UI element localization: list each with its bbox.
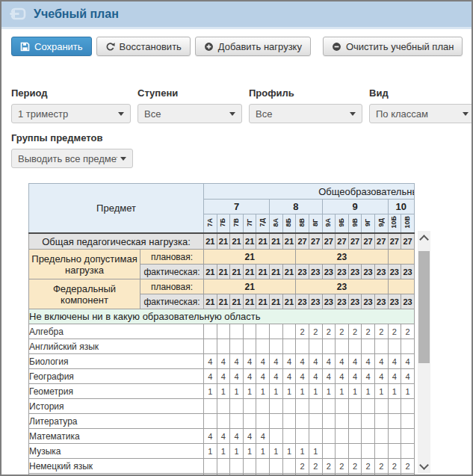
stages-select[interactable]: Все [137, 104, 242, 123]
subject-hours-cell[interactable]: 4 [243, 354, 256, 369]
subject-hours-cell[interactable] [388, 339, 401, 354]
subject-hours-cell[interactable]: 2 [348, 324, 362, 339]
subject-hours-cell[interactable] [204, 324, 217, 339]
subject-hours-cell[interactable]: 2 [388, 459, 401, 474]
subject-hours-cell[interactable] [401, 339, 415, 354]
subject-hours-cell[interactable]: 1 [270, 444, 283, 459]
subject-hours-cell[interactable] [217, 459, 230, 474]
subject-hours-cell[interactable] [204, 414, 217, 429]
subject-hours-cell[interactable] [230, 399, 244, 414]
planned-load-cell[interactable]: 23 [296, 250, 388, 265]
subject-hours-cell[interactable]: 4 [336, 354, 349, 369]
subject-hours-cell[interactable] [388, 444, 401, 459]
subject-hours-cell[interactable] [348, 414, 362, 429]
subject-hours-cell[interactable] [374, 399, 388, 414]
subject-hours-cell[interactable]: 2 [374, 459, 388, 474]
subject-hours-cell[interactable] [204, 474, 217, 476]
subject-hours-cell[interactable]: 4 [217, 354, 230, 369]
subject-hours-cell[interactable]: 4 [309, 369, 322, 384]
subject-hours-cell[interactable] [296, 414, 309, 429]
restore-button[interactable]: Восстановить [96, 37, 191, 56]
subject-hours-cell[interactable]: 1 [348, 384, 362, 399]
subject-hours-cell[interactable] [282, 324, 296, 339]
subject-hours-cell[interactable] [217, 339, 230, 354]
subject-hours-cell[interactable] [348, 429, 362, 444]
subject-hours-cell[interactable] [374, 339, 388, 354]
subject-hours-cell[interactable] [401, 399, 415, 414]
subject-hours-cell[interactable]: 4 [217, 429, 230, 444]
subject-hours-cell[interactable]: 4 [348, 354, 362, 369]
subject-hours-cell[interactable]: 4 [204, 429, 217, 444]
subject-hours-cell[interactable]: 2 [322, 324, 336, 339]
subject-hours-cell[interactable] [309, 399, 322, 414]
subject-hours-cell[interactable]: 1 [256, 444, 270, 459]
subject-hours-cell[interactable] [282, 339, 296, 354]
subject-hours-cell[interactable]: 1 [282, 384, 296, 399]
planned-load-cell[interactable]: 21 [204, 279, 296, 294]
subject-hours-cell[interactable]: 1 [270, 384, 283, 399]
subject-hours-cell[interactable] [270, 414, 283, 429]
subject-hours-cell[interactable]: 4 [388, 354, 401, 369]
subject-hours-cell[interactable] [348, 339, 362, 354]
subject-hours-cell[interactable]: 1 [374, 384, 388, 399]
subject-hours-cell[interactable]: 2 [362, 459, 375, 474]
subject-hours-cell[interactable]: 4 [282, 369, 296, 384]
subject-hours-cell[interactable] [243, 399, 256, 414]
subject-hours-cell[interactable] [322, 399, 336, 414]
view-select[interactable]: По классам [369, 104, 473, 123]
subject-hours-cell[interactable]: 4 [230, 429, 244, 444]
subject-hours-cell[interactable]: 4 [362, 369, 375, 384]
subject-hours-cell[interactable] [374, 444, 388, 459]
subject-hours-cell[interactable] [243, 414, 256, 429]
subject-hours-cell[interactable]: 2 [401, 324, 415, 339]
subject-hours-cell[interactable] [204, 399, 217, 414]
subject-hours-cell[interactable]: 1 [296, 384, 309, 399]
subject-hours-cell[interactable]: 2 [336, 324, 349, 339]
subject-hours-cell[interactable] [322, 339, 336, 354]
subject-hours-cell[interactable]: 2 [322, 459, 336, 474]
subject-hours-cell[interactable] [230, 339, 244, 354]
scroll-up-button[interactable] [418, 231, 430, 244]
subject-hours-cell[interactable]: 1 [256, 384, 270, 399]
subject-hours-cell[interactable]: 4 [217, 369, 230, 384]
subject-hours-cell[interactable] [270, 429, 283, 444]
subject-hours-cell[interactable]: 1 [282, 444, 296, 459]
subject-hours-cell[interactable] [401, 429, 415, 444]
subject-hours-cell[interactable]: 4 [270, 369, 283, 384]
subject-hours-cell[interactable] [336, 444, 349, 459]
subject-hours-cell[interactable]: 4 [204, 369, 217, 384]
subject-hours-cell[interactable]: 1 [204, 384, 217, 399]
subject-hours-cell[interactable]: 2 [336, 459, 349, 474]
subject-hours-cell[interactable] [336, 339, 349, 354]
vertical-scroll-thumb[interactable] [418, 251, 430, 363]
subject-hours-cell[interactable] [243, 459, 256, 474]
subject-hours-cell[interactable] [230, 459, 244, 474]
subject-hours-cell[interactable]: 4 [296, 354, 309, 369]
subject-hours-cell[interactable] [374, 474, 388, 476]
subject-hours-cell[interactable] [230, 324, 244, 339]
subject-hours-cell[interactable]: 1 [362, 384, 375, 399]
subject-hours-cell[interactable] [362, 444, 375, 459]
subject-hours-cell[interactable]: 4 [256, 354, 270, 369]
subject-hours-cell[interactable]: 4 [401, 369, 415, 384]
subject-hours-cell[interactable] [374, 429, 388, 444]
subject-hours-cell[interactable]: 2 [348, 459, 362, 474]
subject-hours-cell[interactable] [243, 474, 256, 476]
subject-hours-cell[interactable]: 4 [374, 369, 388, 384]
subject-hours-cell[interactable]: 4 [243, 429, 256, 444]
subject-hours-cell[interactable] [322, 444, 336, 459]
subject-hours-cell[interactable]: 1 [309, 444, 322, 459]
subject-groups-select[interactable]: Выводить все предметы из [11, 149, 133, 168]
subject-hours-cell[interactable] [243, 324, 256, 339]
subject-hours-cell[interactable] [256, 414, 270, 429]
subject-hours-cell[interactable] [296, 474, 309, 476]
planned-load-cell[interactable] [388, 279, 414, 294]
subject-hours-cell[interactable] [362, 429, 375, 444]
subject-hours-cell[interactable]: 2 [374, 324, 388, 339]
subject-hours-cell[interactable] [282, 399, 296, 414]
subject-hours-cell[interactable] [217, 474, 230, 476]
subject-hours-cell[interactable]: 1 [243, 444, 256, 459]
subject-hours-cell[interactable] [388, 474, 401, 476]
subject-hours-cell[interactable]: 4 [282, 354, 296, 369]
subject-hours-cell[interactable]: 4 [309, 354, 322, 369]
